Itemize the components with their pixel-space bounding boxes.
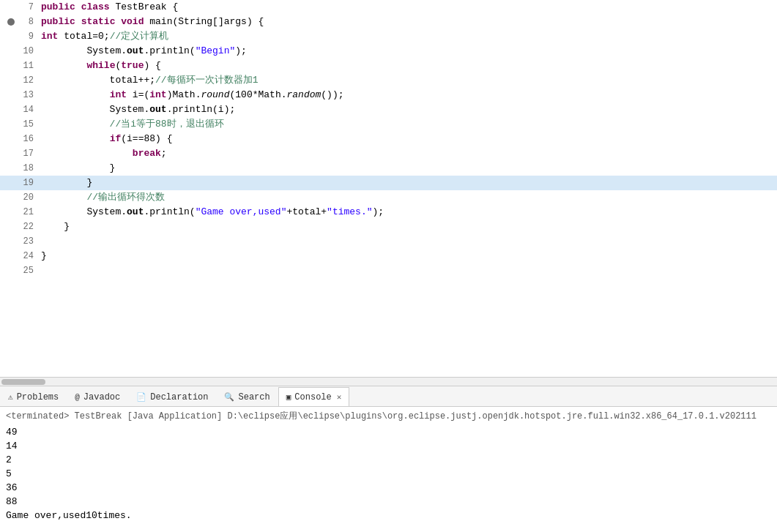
console-tab-close[interactable]: ✕ xyxy=(337,392,342,402)
code-line-16: 16 if(i==88) { xyxy=(0,132,777,146)
token: } xyxy=(41,162,115,173)
editor-scrollbar[interactable] xyxy=(0,377,777,386)
token: if xyxy=(110,133,122,144)
console-line: 88 xyxy=(6,495,771,509)
code-content-11: while(true) { xyxy=(37,59,777,73)
line-number: 10 xyxy=(16,46,34,56)
code-content-19: } xyxy=(37,176,777,190)
console-tab-icon: ▣ xyxy=(286,392,291,402)
console-line: 2 xyxy=(6,453,771,467)
code-line-24: 24} xyxy=(0,249,777,263)
token: random xyxy=(287,89,321,100)
token: out xyxy=(127,45,144,56)
code-line-21: 21 System.out.println("Game over,used"+t… xyxy=(0,205,777,220)
code-content-15: //当i等于88时，退出循环 xyxy=(37,117,777,132)
search-tab-label: Search xyxy=(238,392,269,402)
tab-problems[interactable]: ⚠Problems xyxy=(0,387,67,406)
code-content-20: //输出循环得次数 xyxy=(37,190,777,205)
token: (i==88) { xyxy=(121,133,172,144)
line-number: 23 xyxy=(16,236,34,247)
token: .println(i); xyxy=(167,104,236,115)
code-content-23 xyxy=(37,234,777,249)
token: (100*Math. xyxy=(229,89,286,100)
tab-search[interactable]: 🔍Search xyxy=(216,387,278,406)
token: total=0; xyxy=(58,31,109,42)
token: .println( xyxy=(144,206,195,217)
tabs-bar: ⚠Problems@Javadoc📄Declaration🔍Search▣Con… xyxy=(0,386,777,407)
line-number: 16 xyxy=(16,134,34,144)
token: "Begin" xyxy=(196,45,236,56)
token: class xyxy=(81,1,110,12)
line-number: 24 xyxy=(16,251,34,261)
line-number: 21 xyxy=(16,207,34,217)
code-container: 7public class TestBreak {8public static … xyxy=(0,0,777,377)
line-number: 17 xyxy=(16,149,34,159)
search-tab-icon: 🔍 xyxy=(224,392,234,402)
console-header: <terminated> TestBreak [Java Application… xyxy=(6,410,771,422)
code-line-22: 22 } xyxy=(0,220,777,234)
code-lines: 7public class TestBreak {8public static … xyxy=(0,0,777,377)
token: break xyxy=(133,148,161,159)
token: } xyxy=(41,250,47,261)
token: "Game over,used" xyxy=(196,206,287,217)
line-number: 12 xyxy=(16,75,34,86)
scrollbar-thumb[interactable] xyxy=(1,379,45,385)
breakpoint-dot xyxy=(7,18,15,26)
code-line-23: 23 xyxy=(0,234,777,249)
code-line-12: 12 total++;//每循环一次计数器加1 xyxy=(0,73,777,88)
token: round xyxy=(201,89,229,100)
token: out xyxy=(149,104,166,115)
token: System. xyxy=(41,104,149,115)
declaration-tab-label: Declaration xyxy=(150,392,208,402)
code-line-15: 15 //当i等于88时，退出循环 xyxy=(0,117,777,132)
code-line-17: 17 break; xyxy=(0,146,777,161)
problems-tab-icon: ⚠ xyxy=(8,392,13,402)
token: } xyxy=(41,177,92,188)
token: out xyxy=(127,206,144,217)
bottom-panel: ⚠Problems@Javadoc📄Declaration🔍Search▣Con… xyxy=(0,386,777,532)
tab-declaration[interactable]: 📄Declaration xyxy=(128,387,216,406)
code-content-24: } xyxy=(37,249,777,263)
token xyxy=(41,148,133,159)
token: ); xyxy=(235,45,247,56)
code-content-7: public class TestBreak { xyxy=(37,0,777,15)
code-line-7: 7public class TestBreak { xyxy=(0,0,777,15)
console-line: 5 xyxy=(6,467,771,481)
token xyxy=(75,1,81,12)
console-output: 4914253688Game over,used10times. xyxy=(6,425,771,522)
code-line-9: 9int total=0;//定义计算机 xyxy=(0,29,777,44)
line-number: 22 xyxy=(16,222,34,232)
token: .println( xyxy=(144,45,195,56)
token: //定义计算机 xyxy=(110,31,169,42)
token: ) { xyxy=(144,60,160,71)
code-content-25 xyxy=(37,263,777,278)
token: System. xyxy=(41,45,127,56)
token: "times." xyxy=(327,206,372,217)
token: total++; xyxy=(41,75,155,86)
tab-console[interactable]: ▣Console✕ xyxy=(278,387,350,406)
editor-area: 7public class TestBreak {8public static … xyxy=(0,0,777,386)
token xyxy=(41,133,110,144)
code-content-10: System.out.println("Begin"); xyxy=(37,44,777,59)
console-content: <terminated> TestBreak [Java Application… xyxy=(0,407,777,532)
code-content-13: int i=(int)Math.round(100*Math.random())… xyxy=(37,88,777,102)
line-number: 14 xyxy=(16,105,34,115)
code-line-19: 19 } xyxy=(0,176,777,190)
code-content-8: public static void main(String[]args) { xyxy=(37,15,777,29)
token: )Math. xyxy=(167,89,201,100)
code-content-16: if(i==88) { xyxy=(37,132,777,146)
token: } xyxy=(41,221,70,232)
token: public xyxy=(41,16,75,27)
line-number: 18 xyxy=(16,163,34,173)
line-number: 25 xyxy=(16,266,34,276)
token xyxy=(41,89,110,100)
token xyxy=(41,60,86,71)
token: while xyxy=(86,60,115,71)
tab-javadoc[interactable]: @Javadoc xyxy=(67,387,128,406)
line-icon-8 xyxy=(6,18,16,26)
token: int xyxy=(110,89,127,100)
token: +total+ xyxy=(286,206,327,217)
token: int xyxy=(149,89,166,100)
token: //输出循环得次数 xyxy=(41,192,165,203)
console-line: 36 xyxy=(6,481,771,495)
